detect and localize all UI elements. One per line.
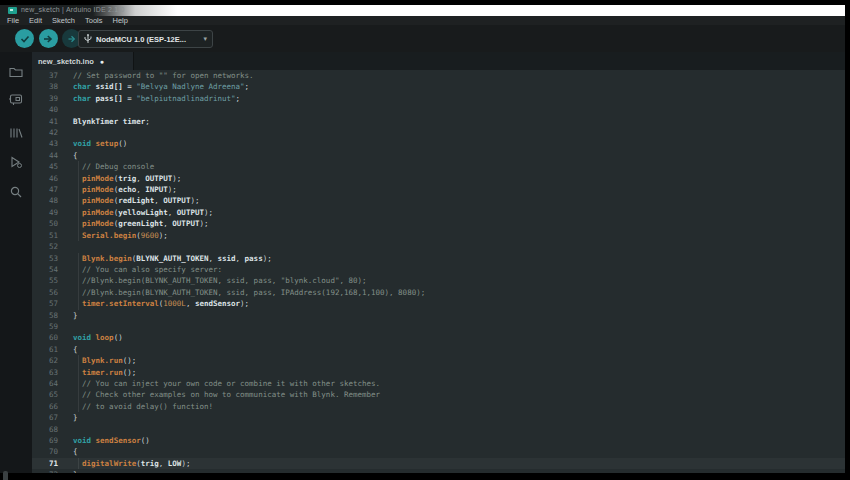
code-text: pinMode(trig, OUTPUT); — [73, 173, 181, 184]
code-line[interactable]: 60void loop() — [32, 332, 845, 343]
line-number: 53 — [32, 253, 58, 264]
code-line[interactable]: 52 — [32, 241, 845, 252]
code-line[interactable]: 59 — [32, 321, 845, 332]
code-line[interactable]: 54 // You can also specify server: — [32, 264, 845, 275]
sidebar-item-boards-manager[interactable] — [8, 91, 24, 107]
line-number: 41 — [32, 116, 58, 127]
code-line[interactable]: 61{ — [32, 344, 845, 355]
code-line[interactable]: 44{ — [32, 150, 845, 161]
tab-strip: new_sketch.ino ● — [32, 52, 845, 70]
code-line[interactable]: 58} — [32, 310, 845, 321]
unsaved-dot-icon: ● — [100, 58, 104, 65]
line-number: 69 — [32, 435, 58, 446]
code-text: //Blynk.begin(BLYNK_AUTH_TOKEN, ssid, pa… — [73, 275, 367, 286]
line-number: 60 — [32, 332, 58, 343]
code-line[interactable]: 48 pinMode(redLight, OUTPUT); — [32, 195, 845, 206]
code-line[interactable]: 56 //Blynk.begin(BLYNK_AUTH_TOKEN, ssid,… — [32, 287, 845, 298]
code-text: // Check other examples on how to commun… — [73, 389, 380, 400]
line-number: 38 — [32, 81, 58, 92]
upload-button[interactable] — [39, 29, 58, 48]
debug-icon — [67, 34, 77, 44]
menu-file[interactable]: File — [7, 16, 19, 25]
code-line[interactable]: 71 digitalWrite(trig, LOW); — [32, 458, 845, 469]
code-text: char ssid[] = "Belvya Nadlyne Adreena"; — [73, 81, 249, 92]
code-text: timer.run(); — [73, 367, 136, 378]
code-line[interactable]: 63 timer.run(); — [32, 367, 845, 378]
line-number: 70 — [32, 446, 58, 457]
code-line[interactable]: 40 — [32, 104, 845, 115]
code-text: Blynk.begin(BLYNK_AUTH_TOKEN, ssid, pass… — [73, 253, 272, 264]
line-number: 58 — [32, 310, 58, 321]
line-number: 45 — [32, 161, 58, 172]
code-line[interactable]: 65 // Check other examples on how to com… — [32, 389, 845, 400]
menu-tools[interactable]: Tools — [85, 16, 103, 25]
code-line[interactable]: 47 pinMode(echo, INPUT); — [32, 184, 845, 195]
code-line[interactable]: 50 pinMode(greenLight, OUTPUT); — [32, 218, 845, 229]
menu-sketch[interactable]: Sketch — [52, 16, 75, 25]
line-number: 65 — [32, 389, 58, 400]
code-text: pinMode(yellowLight, OUTPUT); — [73, 207, 213, 218]
code-area[interactable]: 37// Set password to "" for open network… — [32, 70, 845, 473]
code-line[interactable]: 38char ssid[] = "Belvya Nadlyne Adreena"… — [32, 81, 845, 92]
code-text: char pass[] = "belpiutnadlinadrinut"; — [73, 93, 240, 104]
arduino-app-icon — [8, 7, 17, 14]
code-line[interactable]: 46 pinMode(trig, OUTPUT); — [32, 173, 845, 184]
code-line[interactable]: 49 pinMode(yellowLight, OUTPUT); — [32, 207, 845, 218]
code-line[interactable]: 43void setup() — [32, 138, 845, 149]
window-title: new_sketch | Arduino IDE 2.1.0 — [21, 6, 125, 13]
code-text: } — [73, 310, 78, 321]
code-text: timer.setInterval(1000L, sendSensor); — [73, 298, 249, 309]
line-number: 55 — [32, 275, 58, 286]
line-number: 47 — [32, 184, 58, 195]
code-line[interactable]: 72} — [32, 469, 845, 473]
tab-new-sketch[interactable]: new_sketch.ino ● — [32, 52, 134, 70]
code-text: Serial.begin(9600); — [73, 230, 168, 241]
code-line[interactable]: 39char pass[] = "belpiutnadlinadrinut"; — [32, 93, 845, 104]
code-line[interactable]: 41BlynkTimer timer; — [32, 116, 845, 127]
code-text: void setup() — [73, 138, 127, 149]
code-line[interactable]: 64 // You can inject your own code or co… — [32, 378, 845, 389]
line-number: 43 — [32, 138, 58, 149]
code-line[interactable]: 53 Blynk.begin(BLYNK_AUTH_TOKEN, ssid, p… — [32, 253, 845, 264]
code-line[interactable]: 55 //Blynk.begin(BLYNK_AUTH_TOKEN, ssid,… — [32, 275, 845, 286]
sidebar-item-search[interactable] — [8, 184, 24, 200]
code-line[interactable]: 51 Serial.begin(9600); — [32, 230, 845, 241]
code-line[interactable]: 62 Blynk.run(); — [32, 355, 845, 366]
board-selector[interactable]: NodeMCU 1.0 (ESP-12E... ▾ — [78, 30, 213, 48]
code-text: { — [73, 344, 78, 355]
activity-bar — [0, 52, 32, 473]
tab-label: new_sketch.ino — [38, 57, 94, 66]
code-line[interactable]: 42 — [32, 127, 845, 138]
line-number: 71 — [32, 458, 58, 469]
code-line[interactable]: 45 // Debug console — [32, 161, 845, 172]
code-text: void loop() — [73, 332, 123, 343]
code-line[interactable]: 68 — [32, 424, 845, 435]
code-text: { — [73, 150, 78, 161]
code-text: Blynk.run(); — [73, 355, 136, 366]
sidebar-item-sketchbook[interactable] — [8, 64, 24, 80]
line-number: 52 — [32, 241, 58, 252]
code-line[interactable]: 66 // to avoid delay() function! — [32, 401, 845, 412]
line-number: 48 — [32, 195, 58, 206]
code-text: //Blynk.begin(BLYNK_AUTH_TOKEN, ssid, pa… — [73, 287, 425, 298]
code-line[interactable]: 57 timer.setInterval(1000L, sendSensor); — [32, 298, 845, 309]
sidebar-item-debugger[interactable] — [8, 154, 24, 170]
code-line[interactable]: 37// Set password to "" for open network… — [32, 70, 845, 81]
board-selector-label: NodeMCU 1.0 (ESP-12E... — [96, 35, 199, 44]
sidebar-item-library-manager[interactable] — [8, 125, 24, 141]
line-number: 64 — [32, 378, 58, 389]
menu-help[interactable]: Help — [112, 16, 127, 25]
menu-bar: File Edit Sketch Tools Help — [0, 16, 845, 25]
line-number: 66 — [32, 401, 58, 412]
search-icon — [8, 184, 24, 200]
code-line[interactable]: 67} — [32, 412, 845, 423]
code-text: } — [73, 469, 78, 473]
verify-button[interactable] — [15, 29, 34, 48]
menu-edit[interactable]: Edit — [29, 16, 42, 25]
title-bar: new_sketch | Arduino IDE 2.1.0 — [0, 5, 845, 16]
code-text: // You can inject your own code or combi… — [73, 378, 380, 389]
code-line[interactable]: 70{ — [32, 446, 845, 457]
code-line[interactable]: 69void sendSensor() — [32, 435, 845, 446]
sidebar-scrollbar[interactable] — [3, 471, 8, 480]
line-number: 56 — [32, 287, 58, 298]
